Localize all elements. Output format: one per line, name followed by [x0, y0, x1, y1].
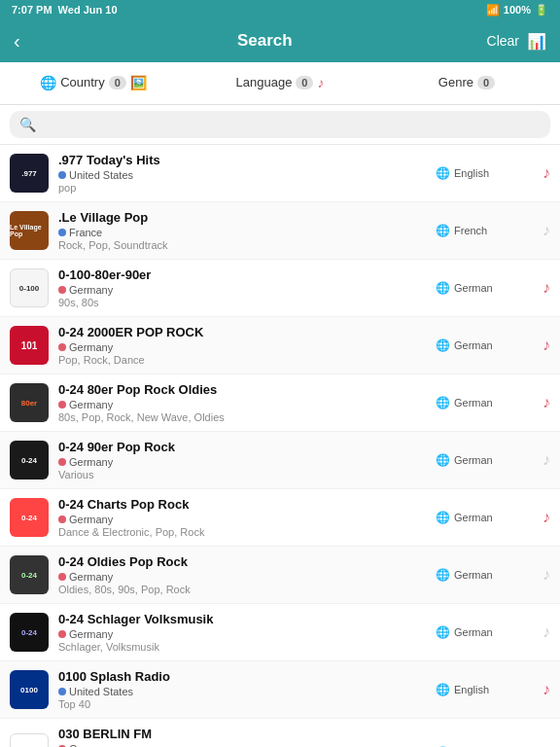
- tab-genre-badge: 0: [477, 76, 495, 89]
- language-label: German: [454, 339, 493, 351]
- tab-language-label: Language: [236, 75, 293, 89]
- chart-icon[interactable]: 📊: [527, 32, 546, 51]
- list-item[interactable]: Le Village Pop .Le Village Pop France Ro…: [0, 202, 560, 260]
- list-item[interactable]: 0-24 0-24 Charts Pop Rock Germany Dance …: [0, 489, 560, 547]
- station-action[interactable]: ♪: [523, 337, 550, 354]
- station-name: .Le Village Pop: [58, 210, 436, 225]
- language-icon: 🌐: [436, 224, 450, 237]
- list-item[interactable]: 0-24 0-24 Schlager Volksmusik Germany Sc…: [0, 604, 560, 661]
- station-language: 🌐 German: [436, 568, 523, 582]
- list-item[interactable]: 0-24 0-24 90er Pop Rock Germany Various …: [0, 432, 560, 489]
- music-note-icon[interactable]: ♪: [542, 279, 550, 297]
- music-note-icon[interactable]: ♪: [542, 509, 550, 526]
- language-icon: 🌐: [436, 568, 450, 582]
- search-input-wrap[interactable]: 🔍: [10, 111, 550, 138]
- language-icon: 🌐: [436, 281, 450, 295]
- search-bar: 🔍: [0, 105, 560, 145]
- station-logo: 0-24: [10, 498, 49, 537]
- station-info: 0100 Splash Radio United States Top 40: [58, 669, 436, 710]
- station-action[interactable]: ♪: [523, 623, 550, 641]
- country-dot: [58, 229, 66, 236]
- music-note-icon[interactable]: ♪: [542, 222, 550, 239]
- language-label: German: [454, 569, 493, 581]
- country-dot: [58, 401, 66, 409]
- music-note-icon[interactable]: ♪: [542, 566, 550, 584]
- music-note-icon[interactable]: ♪: [542, 164, 550, 182]
- station-info: 0-24 Schlager Volksmusik Germany Schlage…: [58, 612, 436, 653]
- station-name: 0-100-80er-90er: [58, 267, 436, 282]
- list-item[interactable]: 80er 0-24 80er Pop Rock Oldies Germany 8…: [0, 374, 560, 432]
- tab-country-badge: 0: [109, 76, 126, 89]
- country-dot: [58, 286, 66, 294]
- tab-genre-label: Genre: [438, 75, 473, 89]
- language-label: German: [454, 512, 493, 523]
- tabs-bar: 🌐 Country 0 🖼️ Language 0 ♪ Genre 0: [0, 62, 560, 105]
- station-language: 🌐 English: [436, 166, 523, 180]
- country-dot: [58, 343, 66, 351]
- list-item[interactable]: 101 0-24 2000ER POP ROCK Germany Pop, Ro…: [0, 317, 560, 374]
- music-note-icon[interactable]: ♪: [542, 337, 550, 354]
- station-action[interactable]: ♪: [523, 279, 550, 297]
- language-icon: 🌐: [436, 625, 450, 639]
- station-info: .Le Village Pop France Rock, Pop, Soundt…: [58, 210, 436, 251]
- station-language: 🌐 German: [436, 625, 523, 639]
- station-action[interactable]: ♪: [523, 451, 550, 469]
- station-name: 0100 Splash Radio: [58, 669, 436, 684]
- station-language: 🌐 German: [436, 453, 523, 467]
- station-country: Germany: [58, 456, 436, 468]
- tab-genre[interactable]: Genre 0: [373, 62, 560, 104]
- station-name: 0-24 80er Pop Rock Oldies: [58, 382, 436, 397]
- station-info: 0-24 Charts Pop Rock Germany Dance & Ele…: [58, 497, 436, 538]
- station-action[interactable]: ♪: [523, 681, 550, 698]
- status-time: 7:07 PM: [12, 4, 52, 16]
- station-language: 🌐 German: [436, 396, 523, 409]
- station-action[interactable]: ♪: [523, 164, 550, 182]
- station-country: Germany: [58, 399, 436, 410]
- search-input[interactable]: [42, 117, 541, 132]
- language-label: German: [454, 454, 493, 466]
- station-language: 🌐 French: [436, 224, 523, 237]
- music-note-icon[interactable]: ♪: [542, 394, 550, 411]
- station-info: .977 Today's Hits United States pop: [58, 153, 436, 194]
- station-genres: Top 40: [58, 698, 436, 710]
- clear-button[interactable]: Clear: [487, 33, 519, 49]
- language-label: German: [454, 626, 493, 638]
- list-item[interactable]: 0-24 0-24 Oldies Pop Rock Germany Oldies…: [0, 547, 560, 604]
- country-dot: [58, 458, 66, 466]
- music-note-icon[interactable]: ♪: [542, 681, 550, 698]
- station-country: United States: [58, 169, 436, 181]
- station-action[interactable]: ♪: [523, 394, 550, 411]
- station-name: .977 Today's Hits: [58, 153, 436, 167]
- station-info: 0-24 80er Pop Rock Oldies Germany 80s, P…: [58, 382, 436, 423]
- station-action[interactable]: ♪: [523, 509, 550, 526]
- list-item[interactable]: .977 .977 Today's Hits United States pop…: [0, 145, 560, 202]
- tab-language[interactable]: Language 0 ♪: [187, 62, 373, 104]
- station-name: 0-24 Schlager Volksmusik: [58, 612, 436, 626]
- list-item[interactable]: 0100 0100 Splash Radio United States Top…: [0, 661, 560, 719]
- status-date: Wed Jun 10: [58, 4, 118, 16]
- music-note-icon[interactable]: ♪: [542, 623, 550, 641]
- language-icon: 🌐: [436, 338, 450, 352]
- status-bar: 7:07 PM Wed Jun 10 📶 100% 🔋: [0, 0, 560, 19]
- tab-country-icon: 🖼️: [130, 75, 147, 90]
- tab-country[interactable]: 🌐 Country 0 🖼️: [0, 62, 187, 104]
- station-action[interactable]: ♪: [523, 222, 550, 239]
- header: ‹ Search Clear 📊: [0, 19, 560, 62]
- list-item[interactable]: 0-100 0-100-80er-90er Germany 90s, 80s 🌐…: [0, 260, 560, 317]
- battery-label: 100%: [504, 4, 531, 16]
- language-icon: 🌐: [436, 166, 450, 180]
- tab-country-label: Country: [60, 75, 105, 89]
- language-icon: 🌐: [436, 396, 450, 409]
- music-note-icon[interactable]: ♪: [542, 451, 550, 469]
- station-logo: 0-24: [10, 441, 49, 480]
- station-name: 030 BERLIN FM: [58, 727, 436, 741]
- station-genres: 90s, 80s: [58, 297, 436, 308]
- station-list: .977 .977 Today's Hits United States pop…: [0, 145, 560, 747]
- station-logo: 0100: [10, 670, 49, 709]
- station-action[interactable]: ♪: [523, 566, 550, 584]
- list-item[interactable]: 030 Berlin 030 BERLIN FM Germany Disco, …: [0, 719, 560, 747]
- search-icon: 🔍: [19, 117, 36, 132]
- language-label: English: [454, 684, 489, 695]
- station-genres: Pop, Rock, Dance: [58, 354, 436, 366]
- back-button[interactable]: ‹: [14, 30, 43, 53]
